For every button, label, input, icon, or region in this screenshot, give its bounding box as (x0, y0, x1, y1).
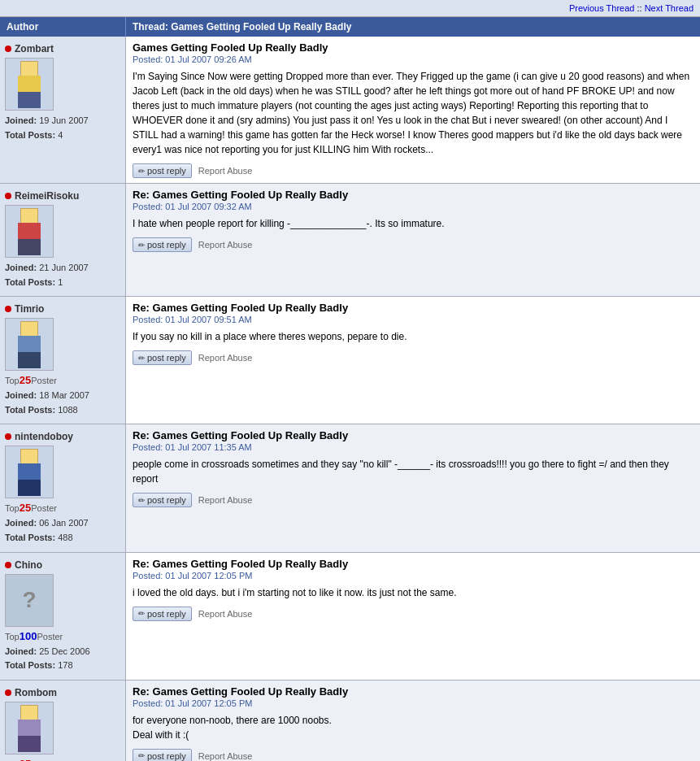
reply-label: post reply (147, 751, 186, 761)
post-reply-icon: ✏ (138, 751, 145, 760)
author-name[interactable]: Rombom (5, 687, 120, 698)
post-reply-icon: ✏ (138, 354, 145, 363)
avatar: ? (5, 574, 54, 627)
author-name[interactable]: Chino (5, 559, 120, 571)
reply-button[interactable]: ✏post reply (133, 237, 192, 252)
reply-label: post reply (147, 609, 186, 619)
reply-label: post reply (147, 353, 186, 363)
joined-label: Joined: 06 Jan 2007 (5, 518, 89, 528)
post-title: Re: Games Getting Fooled Up Really Badly (133, 429, 693, 441)
author-name[interactable]: Zombart (5, 43, 120, 54)
post-reply-icon: ✏ (138, 496, 145, 505)
online-indicator (5, 433, 11, 440)
report-abuse-link[interactable]: Report Abuse (198, 240, 253, 250)
report-abuse-link[interactable]: Report Abuse (198, 495, 253, 505)
rank-badge: Top25Poster (5, 502, 120, 514)
post-actions: ✏post replyReport Abuse (133, 493, 693, 507)
post-date: Posted: 01 Jul 2007 12:05 PM (133, 698, 693, 708)
author-info: Joined: 25 Dec 2006Total Posts: 178 (5, 645, 120, 673)
username: nintendoboy (15, 431, 73, 442)
joined-label: Joined: 21 Jun 2007 (5, 263, 89, 272)
author-cell-1: ReimeiRisokuJoined: 21 Jun 2007Total Pos… (0, 184, 126, 296)
username: ReimeiRisoku (15, 190, 79, 202)
reply-button[interactable]: ✏post reply (133, 163, 192, 178)
joined-label: Joined: 19 Jun 2007 (5, 115, 89, 125)
online-indicator (5, 46, 11, 52)
report-abuse-link[interactable]: Report Abuse (198, 751, 253, 761)
post-date: Posted: 01 Jul 2007 11:35 AM (133, 442, 693, 452)
nav-bar: Previous Thread :: Next Thread (0, 0, 700, 17)
post-actions: ✏post replyReport Abuse (133, 749, 693, 761)
rank-badge: Top100Poster (5, 630, 120, 642)
online-indicator (5, 306, 11, 312)
reply-button[interactable]: ✏post reply (133, 749, 192, 761)
posts-label: Total Posts: 1 (5, 277, 63, 287)
post-title: Re: Games Getting Fooled Up Really Badly (133, 302, 693, 314)
post-reply-icon: ✏ (138, 167, 145, 176)
reply-label: post reply (147, 495, 186, 505)
author-cell-5: RombomTop25PosterJoined: 11 Dec 2006Tota… (0, 681, 126, 761)
rank-badge: Top25Poster (5, 758, 120, 761)
post-actions: ✏post replyReport Abuse (133, 607, 693, 621)
report-abuse-link[interactable]: Report Abuse (198, 609, 253, 619)
username: Zombart (15, 43, 54, 54)
posts-container: ZombartJoined: 19 Jun 2007Total Posts: 4… (0, 37, 700, 761)
avatar (5, 58, 54, 111)
post-content: Re: Games Getting Fooled Up Really Badly… (126, 681, 700, 761)
author-cell-2: TimrioTop25PosterJoined: 18 Mar 2007Tota… (0, 297, 126, 424)
post-title: Games Getting Fooled Up Really Badly (133, 41, 693, 54)
post-date: Posted: 01 Jul 2007 09:32 AM (133, 202, 693, 211)
avatar (5, 205, 54, 258)
posts-label: Total Posts: 1088 (5, 405, 78, 415)
joined-label: Joined: 25 Dec 2006 (5, 646, 90, 656)
post-date: Posted: 01 Jul 2007 09:51 AM (133, 315, 693, 324)
author-name[interactable]: ReimeiRisoku (5, 190, 120, 202)
author-cell-4: Chino?Top100PosterJoined: 25 Dec 2006Tot… (0, 553, 126, 680)
post-body: people come in crossroads sometimes and … (133, 457, 693, 486)
prev-thread-link[interactable]: Previous Thread (569, 3, 635, 13)
report-abuse-link[interactable]: Report Abuse (198, 353, 253, 363)
reply-label: post reply (147, 240, 186, 250)
avatar (5, 318, 54, 371)
author-info: Joined: 18 Mar 2007Total Posts: 1088 (5, 389, 120, 417)
report-abuse-link[interactable]: Report Abuse (198, 166, 253, 176)
table-row: Chino?Top100PosterJoined: 25 Dec 2006Tot… (0, 553, 700, 681)
post-body: i loved the old days. but i i'm starting… (133, 585, 693, 600)
reply-button[interactable]: ✏post reply (133, 607, 192, 621)
post-date: Posted: 01 Jul 2007 12:05 PM (133, 571, 693, 581)
author-name[interactable]: Timrio (5, 303, 120, 315)
table-row: nintendoboyTop25PosterJoined: 06 Jan 200… (0, 424, 700, 552)
post-date: Posted: 01 Jul 2007 09:26 AM (133, 54, 693, 64)
post-body: I hate when people report for killing -_… (133, 216, 693, 231)
post-actions: ✏post replyReport Abuse (133, 237, 693, 252)
post-content: Re: Games Getting Fooled Up Really Badly… (126, 184, 700, 296)
posts-label: Total Posts: 4 (5, 130, 63, 140)
post-title: Re: Games Getting Fooled Up Really Badly (133, 685, 693, 698)
username: Chino (15, 559, 42, 571)
reply-button[interactable]: ✏post reply (133, 350, 192, 365)
header-author-col: Author (0, 17, 126, 37)
avatar (5, 702, 54, 754)
joined-label: Joined: 18 Mar 2007 (5, 390, 89, 400)
author-info: Joined: 19 Jun 2007Total Posts: 4 (5, 114, 120, 142)
author-name[interactable]: nintendoboy (5, 431, 120, 442)
username: Timrio (15, 303, 44, 315)
next-thread-link[interactable]: Next Thread (645, 3, 693, 13)
post-content: Re: Games Getting Fooled Up Really Badly… (126, 424, 700, 551)
post-title: Re: Games Getting Fooled Up Really Badly (133, 189, 693, 201)
table-row: RombomTop25PosterJoined: 11 Dec 2006Tota… (0, 681, 700, 761)
author-info: Joined: 06 Jan 2007Total Posts: 488 (5, 516, 120, 545)
author-cell-3: nintendoboyTop25PosterJoined: 06 Jan 200… (0, 424, 126, 551)
avatar (5, 446, 54, 498)
table-row: ReimeiRisokuJoined: 21 Jun 2007Total Pos… (0, 184, 700, 297)
online-indicator (5, 689, 11, 696)
reply-button[interactable]: ✏post reply (133, 493, 192, 507)
post-reply-icon: ✏ (138, 609, 145, 618)
post-actions: ✏post replyReport Abuse (133, 350, 693, 365)
table-row: ZombartJoined: 19 Jun 2007Total Posts: 4… (0, 37, 700, 184)
online-indicator (5, 193, 11, 199)
username: Rombom (15, 687, 57, 698)
rank-badge: Top25Poster (5, 374, 120, 386)
post-body: for everyone non-noob, there are 1000 no… (133, 713, 693, 742)
reply-label: post reply (147, 166, 186, 176)
